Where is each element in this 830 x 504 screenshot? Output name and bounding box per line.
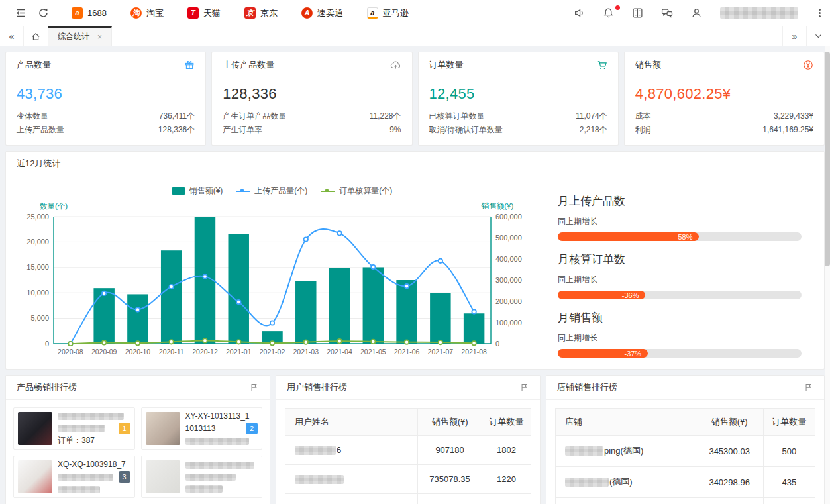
stat-row-value: 11,228个	[370, 109, 401, 123]
user-icon[interactable]	[691, 7, 702, 19]
platform-item-amazon[interactable]: a 亚马逊	[367, 7, 409, 19]
stat-row-label: 利润	[635, 123, 651, 137]
svg-text:2021-06: 2021-06	[394, 348, 420, 356]
growth-title: 月销售额	[558, 310, 802, 325]
tab-summary-statistics[interactable]: 综合统计 ×	[48, 26, 112, 46]
table-row[interactable]: 55603264.131129	[285, 494, 531, 504]
orders-value: 266	[763, 498, 815, 504]
svg-text:10,000: 10,000	[26, 289, 49, 297]
platform-item-1688[interactable]: a 1688	[72, 7, 107, 19]
product-card-3[interactable]: XQ-XQ-1003918_73	[13, 456, 135, 498]
stat-row-value: 3,229,433¥	[774, 109, 813, 123]
svg-text:25,000: 25,000	[26, 213, 49, 221]
svg-text:500,000: 500,000	[495, 234, 522, 242]
flag-icon[interactable]	[250, 383, 259, 392]
chart-legend: 销售额(¥)上传产品量(个)订单核算量(个)	[10, 185, 554, 197]
product-card-4[interactable]	[141, 456, 263, 498]
platform-icon-jd: 京	[244, 7, 256, 19]
legend-item-0[interactable]: 销售额(¥)	[172, 185, 223, 197]
redacted-text	[58, 474, 113, 481]
table-row[interactable]: (德国)340298.96435	[556, 467, 815, 498]
platform-item-jd[interactable]: 京 京东	[244, 7, 278, 19]
svg-text:2020-11: 2020-11	[159, 348, 184, 356]
sales-value: 340298.96	[696, 467, 763, 498]
svg-text:2020-09: 2020-09	[91, 348, 117, 356]
tab-bar-right: »	[782, 26, 830, 46]
tab-close-icon[interactable]: ×	[97, 32, 102, 42]
stat-row-label: 产生订单率	[223, 123, 262, 137]
username-redacted[interactable]	[720, 7, 798, 19]
tabs-collapse-icon[interactable]: «	[0, 26, 24, 46]
stat-row-label: 取消/待确认订单数量	[429, 123, 503, 137]
home-icon[interactable]	[24, 26, 48, 46]
growth-percent: -58%	[676, 233, 693, 241]
tabs-dropdown-icon[interactable]	[806, 26, 830, 46]
legend-marker	[236, 191, 250, 192]
more-menu-icon[interactable]	[819, 9, 821, 17]
panel-title: 用户销售排行榜	[287, 381, 347, 393]
announcement-icon[interactable]	[574, 7, 585, 19]
tabs-expand-icon[interactable]: »	[782, 26, 806, 46]
table-row[interactable]: ping(德国)345300.03500	[556, 436, 815, 467]
platform-item-tmall[interactable]: T 天猫	[187, 7, 221, 19]
stat-row-label: 上传产品数量	[17, 123, 64, 137]
table-row[interactable]: 69071801802	[285, 436, 531, 465]
platform-icon-1688: a	[72, 7, 83, 19]
platform-item-aliexpress[interactable]: A 速卖通	[301, 7, 343, 19]
refresh-icon[interactable]	[32, 0, 54, 26]
product-ranking-panel: 产品畅销排行榜 1订单：387XY-XY-1013113_110131132XQ…	[5, 375, 270, 504]
platform-label: 速卖通	[317, 7, 343, 19]
legend-item-1[interactable]: 上传产品量(个)	[236, 185, 307, 197]
svg-text:15,000: 15,000	[26, 263, 49, 271]
support-chat-icon[interactable]	[661, 7, 673, 19]
stat-row-value: 736,411个	[159, 109, 195, 123]
stat-card-title: 产品数量	[17, 59, 51, 71]
sales-value: 345300.03	[696, 436, 763, 467]
user-ranking-table: 用户姓名销售额(¥)订单数量69071801802735078.35122055…	[285, 408, 531, 504]
table-row[interactable]: 735078.351220	[285, 465, 531, 494]
svg-text:2020-10: 2020-10	[125, 348, 151, 356]
column-header: 销售额(¥)	[696, 409, 763, 436]
notification-bell-icon[interactable]	[603, 7, 614, 19]
legend-label: 销售额(¥)	[189, 185, 223, 197]
sales-value: 209001.85	[696, 498, 763, 504]
svg-text:数量(个): 数量(个)	[40, 202, 68, 210]
browser-bar-right	[574, 7, 821, 19]
window-scrollbar[interactable]	[825, 46, 830, 504]
svg-text:20,000: 20,000	[26, 238, 49, 246]
svg-text:200,000: 200,000	[495, 297, 522, 305]
svg-text:2020-12: 2020-12	[192, 348, 218, 356]
legend-item-2[interactable]: 订单核算量(个)	[321, 185, 392, 197]
column-header: 店铺	[556, 409, 696, 436]
stat-card-orders: 订单数量 12,455 已核算订单数量11,074个 取消/待确认订单数量2,2…	[418, 52, 619, 146]
product-card-1[interactable]: 1订单：387	[13, 407, 135, 450]
cart-icon	[597, 60, 607, 70]
stat-row-value: 11,074个	[576, 109, 607, 123]
stat-cards-row: 产品数量 43,736 变体数量736,411个 上传产品数量128,336个 …	[5, 52, 825, 146]
scrollbar-thumb[interactable]	[825, 52, 830, 266]
table-row[interactable]: WU(德国)209001.85266	[556, 498, 815, 504]
platform-item-taobao[interactable]: 淘 淘宝	[130, 7, 164, 19]
column-header: 订单数量	[763, 409, 815, 436]
flag-icon[interactable]	[804, 383, 813, 392]
column-header: 销售额(¥)	[418, 409, 482, 436]
product-card-2[interactable]: XY-XY-1013113_110131132	[141, 407, 263, 450]
menu-fold-icon[interactable]	[9, 0, 32, 26]
stat-row-value: 128,336个	[158, 123, 195, 137]
column-header: 用户姓名	[285, 409, 418, 436]
stat-main-value: 4,870,602.25¥	[635, 85, 813, 103]
platform-label: 亚马逊	[383, 7, 409, 19]
stat-row-value: 9%	[389, 123, 401, 137]
redacted-text	[185, 438, 249, 445]
redacted-name	[565, 478, 609, 487]
apps-grid-icon[interactable]	[632, 7, 643, 19]
redacted-text	[58, 425, 105, 432]
stat-card-sales: 销售额 4,870,602.25¥ 成本3,229,433¥ 利润1,641,1…	[624, 52, 825, 146]
flag-icon[interactable]	[520, 383, 529, 392]
redacted-name	[295, 446, 336, 455]
stat-row-label: 成本	[635, 109, 651, 123]
legend-label: 上传产品量(个)	[254, 185, 307, 197]
growth-sublabel: 同上期增长	[558, 332, 802, 344]
ranking-row: 产品畅销排行榜 1订单：387XY-XY-1013113_110131132XQ…	[5, 375, 825, 504]
monthly-stats-chart[interactable]: 05,00010,00015,00020,00025,0000100,00020…	[10, 197, 544, 364]
